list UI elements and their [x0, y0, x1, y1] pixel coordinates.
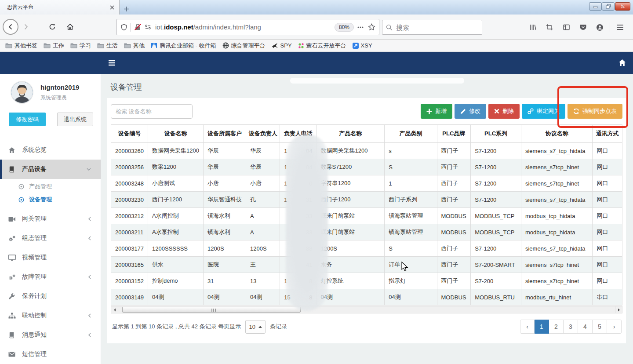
sidebar-item-maintenance[interactable]: 保养计划	[0, 287, 101, 306]
page-actions-icon[interactable]	[357, 26, 364, 28]
table-cell[interactable]: 西门子	[437, 175, 471, 192]
table-cell[interactable]: MODBUS	[437, 289, 471, 306]
table-row[interactable]: 200003152控制demo311318灯控系统指示灯西门子S7-200sie…	[111, 273, 622, 289]
table-cell[interactable]: 04测	[246, 289, 280, 306]
table-row[interactable]: 200003248小唐测试小唐小唐10字符串12001西门子S7-1200sie…	[111, 175, 622, 192]
forward-button[interactable]	[18, 19, 33, 34]
table-cell[interactable]: 供水	[148, 257, 204, 273]
table-cell[interactable]: 网口	[593, 224, 622, 240]
table-row[interactable]: 200003256数采1200华辰华辰104数采S71200S西门子S7-120…	[111, 159, 622, 175]
table-cell[interactable]: MODBUS	[437, 224, 471, 240]
table-cell[interactable]: 200003152	[111, 273, 148, 289]
table-cell[interactable]: 镇海水利	[204, 208, 246, 224]
bookmark-folder[interactable]: 其他	[124, 42, 145, 50]
table-cell[interactable]: 200003165	[111, 257, 148, 273]
table-cell[interactable]: 200003260	[111, 143, 148, 159]
screenshot-icon[interactable]	[541, 20, 558, 35]
table-row[interactable]: 200003212A水闸控制镇海水利A33底来门前泵站镇海泵站管理MODBUSM…	[111, 208, 622, 224]
table-cell[interactable]: S7-1200	[471, 143, 521, 159]
table-cell[interactable]: 西门子	[437, 257, 471, 273]
table-cell[interactable]: 西门子	[437, 143, 471, 159]
restore-button[interactable]	[602, 2, 615, 11]
table-cell[interactable]: A水泵控制	[148, 224, 204, 240]
table-cell[interactable]: 小唐测试	[148, 175, 204, 192]
table-cell[interactable]: 网口	[593, 257, 622, 273]
bookmark-xsy[interactable]: XSY	[353, 42, 372, 49]
sidebar-item-linkage[interactable]: 联动控制	[0, 306, 101, 325]
table-cell[interactable]: A水闸控制	[148, 208, 204, 224]
table-cell[interactable]: A	[246, 208, 280, 224]
table-cell[interactable]: 200003149	[111, 289, 148, 306]
table-cell[interactable]: S7-1200	[471, 240, 521, 257]
table-cell[interactable]: S	[385, 240, 437, 257]
page-button-4[interactable]: 4	[578, 320, 593, 334]
table-cell[interactable]: 网口	[593, 143, 622, 159]
sidebar-item-config[interactable]: 组态管理	[0, 229, 101, 248]
sidebar-item-video[interactable]: 视频管理	[0, 248, 101, 267]
table-cell[interactable]: 1	[385, 175, 437, 192]
page-button-3[interactable]: 3	[564, 320, 578, 334]
scrollbar-track[interactable]	[118, 306, 615, 313]
page-prev-button[interactable]: ‹	[520, 320, 535, 334]
table-cell[interactable]: 小唐	[246, 175, 280, 192]
table-cell[interactable]: 1200S	[246, 240, 280, 257]
table-cell[interactable]: MODBUS_RTU	[471, 289, 521, 306]
table-cell[interactable]: 网口	[593, 192, 622, 208]
table-row[interactable]: 20000314904测04测04测15804测04测MODBUSMODBUS_…	[111, 289, 622, 306]
table-cell[interactable]: s	[385, 143, 437, 159]
page-button-5[interactable]: 5	[593, 320, 607, 334]
table-cell[interactable]: 镇海泵站管理	[385, 224, 437, 240]
table-cell[interactable]: 小唐	[204, 175, 246, 192]
bookmark-platform[interactable]: 综合管理平台	[222, 42, 266, 50]
table-cell[interactable]: S7-1200	[471, 159, 521, 175]
sidebar-item-device-mgmt[interactable]: 设备管理	[0, 193, 101, 206]
table-cell[interactable]: 网口	[593, 240, 622, 257]
sidebar-toggle-icon[interactable]	[108, 60, 116, 66]
account-icon[interactable]	[591, 20, 608, 35]
table-cell[interactable]: 网口	[593, 273, 622, 289]
table-cell[interactable]: 200003177	[111, 240, 148, 257]
table-cell[interactable]: 1200SSSSSS	[148, 240, 204, 257]
table-cell[interactable]: 医院	[204, 257, 246, 273]
table-cell[interactable]: 04测	[148, 289, 204, 306]
device-search-input[interactable]	[111, 104, 193, 119]
table-cell[interactable]: 西门子	[437, 273, 471, 289]
table-cell[interactable]: 华辰	[204, 143, 246, 159]
page-button-1[interactable]: 1	[535, 320, 549, 334]
table-cell[interactable]: siemens_s7tcp_hinet	[521, 257, 592, 273]
table-cell[interactable]: modbus_tcp_hidata	[521, 224, 592, 240]
table-cell[interactable]: 13	[246, 273, 280, 289]
table-cell[interactable]: MODBUS_TCP	[471, 208, 521, 224]
scroll-right-arrow[interactable]	[615, 306, 622, 313]
browser-search-input[interactable]	[396, 24, 466, 31]
sidebars-icon[interactable]	[558, 20, 575, 35]
logout-button[interactable]: 退出系统	[57, 113, 93, 126]
table-cell[interactable]: S7-200	[471, 273, 521, 289]
home-button[interactable]	[62, 19, 77, 34]
insecure-lock-icon[interactable]	[134, 23, 142, 31]
back-button[interactable]	[3, 19, 18, 35]
table-cell[interactable]: 华辰	[246, 159, 280, 175]
menu-icon[interactable]	[612, 20, 629, 35]
sidebar-item-product-device[interactable]: 产品设备	[0, 160, 101, 179]
table-cell[interactable]: 04测	[204, 289, 246, 306]
table-cell[interactable]: A	[246, 224, 280, 240]
app-home-icon[interactable]	[618, 59, 626, 66]
url-bar[interactable]: iot.idosp.net/admin/index.html?lang 80%	[116, 19, 379, 35]
bookmark-folder[interactable]: 生活	[97, 42, 118, 50]
bookmark-ezviz[interactable]: 萤石云开放平台	[298, 42, 346, 50]
tab-close-icon[interactable]	[109, 5, 115, 10]
table-cell[interactable]: 网口	[593, 159, 622, 175]
table-cell[interactable]: 孔	[246, 192, 280, 208]
table-cell[interactable]: S	[385, 159, 437, 175]
close-button[interactable]	[615, 2, 630, 11]
add-button[interactable]: 新增	[421, 104, 452, 119]
browser-tab[interactable]: 思普云平台	[0, 0, 120, 15]
page-next-button[interactable]: ›	[607, 320, 622, 334]
sidebar-item-fault[interactable]: 故障管理	[0, 267, 101, 287]
scrollbar-thumb[interactable]	[122, 307, 301, 313]
table-cell[interactable]: 200003211	[111, 224, 148, 240]
table-row[interactable]: 200003211A水泵控制镇海水利A33底来门前泵站镇海泵站管理MODBUSM…	[111, 224, 622, 240]
table-cell[interactable]: 华辰智通科技	[204, 192, 246, 208]
table-row[interactable]: 2000031771200SSSSSS1200S1200S881200SS西门子…	[111, 240, 622, 257]
